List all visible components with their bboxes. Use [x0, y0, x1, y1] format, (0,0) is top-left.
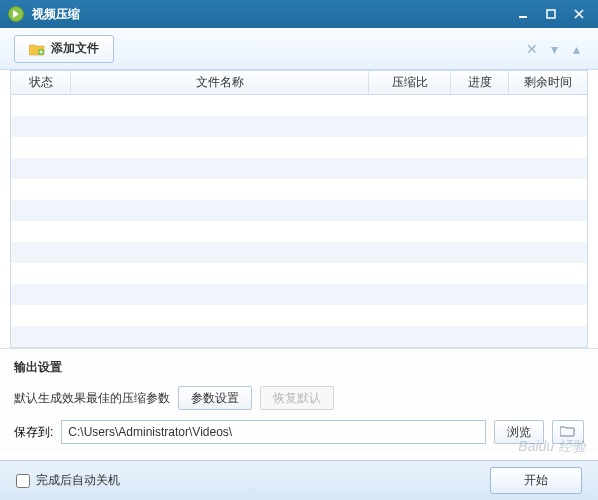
add-file-button[interactable]: 添加文件	[14, 35, 114, 63]
move-down-icon[interactable]: ▾	[546, 41, 562, 57]
table-row	[11, 158, 587, 179]
remove-icon[interactable]: ✕	[524, 41, 540, 57]
params-button[interactable]: 参数设置	[178, 386, 252, 410]
table-row	[11, 284, 587, 305]
save-to-label: 保存到:	[14, 424, 53, 441]
table-row	[11, 116, 587, 137]
close-button[interactable]	[566, 5, 592, 23]
shutdown-checkbox[interactable]: 完成后自动关机	[16, 472, 120, 489]
table-row	[11, 221, 587, 242]
table-row	[11, 263, 587, 284]
list-controls: ✕ ▾ ▴	[524, 41, 584, 57]
app-icon	[8, 6, 24, 22]
svg-rect-2	[547, 10, 555, 18]
minimize-button[interactable]	[510, 5, 536, 23]
save-path-input[interactable]	[61, 420, 486, 444]
window-title: 视频压缩	[32, 6, 510, 23]
output-settings: 输出设置 默认生成效果最佳的压缩参数 参数设置 恢复默认 保存到: 浏览	[0, 348, 598, 452]
toolbar: 添加文件 ✕ ▾ ▴	[0, 28, 598, 70]
table-header: 状态 文件名称 压缩比 进度 剩余时间	[11, 71, 587, 95]
folder-add-icon	[29, 42, 45, 56]
col-status[interactable]: 状态	[11, 71, 71, 94]
move-up-icon[interactable]: ▴	[568, 41, 584, 57]
col-progress[interactable]: 进度	[451, 71, 509, 94]
col-name[interactable]: 文件名称	[71, 71, 369, 94]
restore-default-button[interactable]: 恢复默认	[260, 386, 334, 410]
params-hint: 默认生成效果最佳的压缩参数	[14, 390, 170, 407]
window-controls	[510, 5, 592, 23]
shutdown-checkbox-input[interactable]	[16, 474, 30, 488]
footer: 完成后自动关机 开始	[0, 460, 598, 500]
svg-marker-0	[13, 10, 19, 18]
table-body[interactable]	[11, 95, 587, 347]
shutdown-label: 完成后自动关机	[36, 472, 120, 489]
browse-button[interactable]: 浏览	[494, 420, 544, 444]
table-row	[11, 200, 587, 221]
col-time[interactable]: 剩余时间	[509, 71, 587, 94]
table-row	[11, 137, 587, 158]
file-table: 状态 文件名称 压缩比 进度 剩余时间	[10, 70, 588, 348]
svg-rect-1	[519, 16, 527, 18]
table-row	[11, 179, 587, 200]
col-ratio[interactable]: 压缩比	[369, 71, 451, 94]
table-row	[11, 326, 587, 347]
table-row	[11, 305, 587, 326]
add-file-label: 添加文件	[51, 40, 99, 57]
table-row	[11, 242, 587, 263]
table-row	[11, 95, 587, 116]
title-bar: 视频压缩	[0, 0, 598, 28]
output-title: 输出设置	[14, 359, 584, 376]
start-button[interactable]: 开始	[490, 467, 582, 494]
maximize-button[interactable]	[538, 5, 564, 23]
open-folder-button[interactable]	[552, 420, 584, 444]
open-folder-icon	[560, 425, 576, 440]
